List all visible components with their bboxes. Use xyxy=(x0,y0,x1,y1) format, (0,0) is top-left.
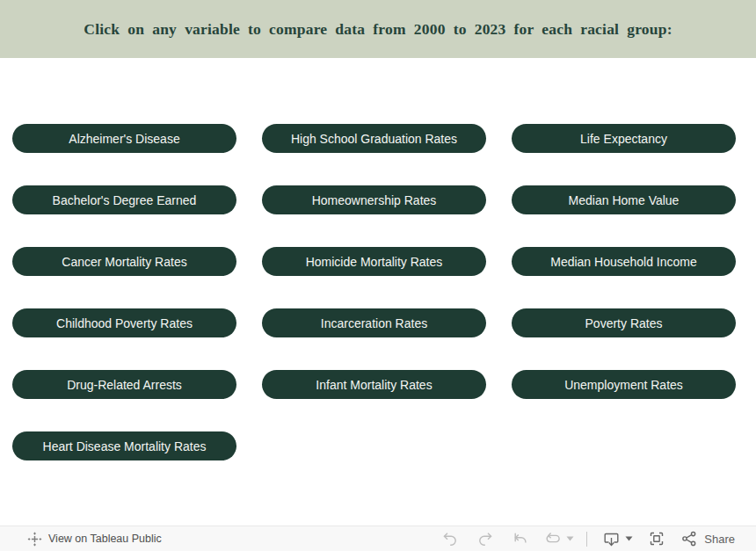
tableau-logo-icon xyxy=(27,532,42,547)
variable-button-median-household-income[interactable]: Median Household Income xyxy=(512,247,736,276)
variable-button-poverty-rates[interactable]: Poverty Rates xyxy=(512,308,736,337)
variable-button-cancer-mortality[interactable]: Cancer Mortality Rates xyxy=(12,247,236,276)
variable-button-homicide-mortality[interactable]: Homicide Mortality Rates xyxy=(262,247,486,276)
toolbar-actions: Share xyxy=(441,530,735,548)
download-options-caret-icon[interactable] xyxy=(625,536,633,541)
variable-button-incarceration-rates[interactable]: Incarceration Rates xyxy=(262,308,486,337)
variable-button-homeownership-rates[interactable]: Homeownership Rates xyxy=(262,185,486,214)
share-label: Share xyxy=(704,533,735,546)
variable-button-alzheimers-disease[interactable]: Alzheimer's Disease xyxy=(12,124,236,153)
undo-icon[interactable] xyxy=(441,530,459,547)
refresh-icon[interactable] xyxy=(544,530,562,547)
instruction-text: Click on any variable to compare data fr… xyxy=(84,20,672,39)
refresh-options-caret-icon[interactable] xyxy=(566,536,574,541)
variable-button-drug-related-arrests[interactable]: Drug-Related Arrests xyxy=(12,370,236,399)
share-button[interactable]: Share xyxy=(680,530,735,547)
share-icon xyxy=(680,530,698,547)
fullscreen-icon[interactable] xyxy=(648,530,665,547)
download-icon[interactable] xyxy=(602,530,621,548)
variable-button-heart-disease-mortality[interactable]: Heart Disease Mortality Rates xyxy=(12,431,236,460)
toolbar-divider xyxy=(586,532,587,547)
variable-button-high-school-graduation[interactable]: High School Graduation Rates xyxy=(262,124,486,153)
view-on-tableau-public-label: View on Tableau Public xyxy=(48,533,162,545)
variable-button-life-expectancy[interactable]: Life Expectancy xyxy=(512,124,736,153)
redo-icon[interactable] xyxy=(476,530,494,547)
variable-button-grid: Alzheimer's Disease High School Graduati… xyxy=(12,124,736,460)
view-on-tableau-public-link[interactable]: View on Tableau Public xyxy=(27,532,162,547)
tableau-toolbar: View on Tableau Public xyxy=(0,526,756,551)
variable-button-infant-mortality[interactable]: Infant Mortality Rates xyxy=(262,370,486,399)
variable-button-bachelors-degree[interactable]: Bachelor's Degree Earned xyxy=(12,185,236,214)
variable-button-unemployment-rates[interactable]: Unemployment Rates xyxy=(512,370,736,399)
instruction-banner: Click on any variable to compare data fr… xyxy=(0,0,756,58)
revert-icon[interactable] xyxy=(512,530,529,547)
variable-button-childhood-poverty[interactable]: Childhood Poverty Rates xyxy=(12,308,236,337)
variable-button-median-home-value[interactable]: Median Home Value xyxy=(512,185,736,214)
